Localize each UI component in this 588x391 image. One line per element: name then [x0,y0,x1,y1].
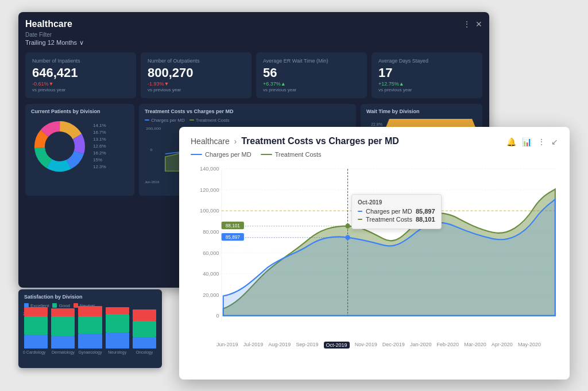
x-label-detail-2: Aug-2019 [268,342,291,349]
x-label-jun: Jun-2019 [145,180,159,184]
bar-group-cardiology: Cardiology [24,307,48,354]
bar-neutral-4 [133,309,156,321]
kpi-vs-1: vs previous year [148,87,245,92]
legend-charges: Charges per MD [145,118,185,123]
svg-text:20,000: 20,000 [203,291,219,297]
main-chart-area: 140,000 120,000 100,000 80,000 60,000 40… [191,162,558,340]
line-chart-title: Treatment Costs vs Charges per MD [145,109,350,114]
charges-area-detail [223,199,555,316]
chevron-down-icon: ∨ [79,39,84,47]
scene: Healthcare ⋮ ✕ Date Filter Trailing 12 M… [18,12,570,380]
kpi-vs-3: vs previous year [378,87,475,92]
date-filter-value[interactable]: Trailing 12 Months ∨ [25,39,482,47]
window-header: Healthcare ⋮ ✕ [25,19,482,29]
detail-legend-charges-line [191,154,202,155]
bar-neutral-0 [24,307,48,316]
detail-chart-header: Healthcare › Treatment Costs vs Charges … [191,136,558,146]
donut-label-0: 14.1% [93,123,106,128]
svg-text:85,897: 85,897 [226,234,240,239]
breadcrumb: Healthcare › Treatment Costs vs Charges … [191,136,399,146]
kpi-value-3: 17 [378,66,475,80]
x-label-detail-8: Feb-2020 [437,342,459,349]
app-title: Healthcare [25,19,72,29]
bar-neutral-2 [78,306,102,316]
donut-label-4: 16.2% [93,150,106,156]
bar-group-oncology: Oncology [133,309,156,354]
kpi-card-er-wait: Average ER Wait Time (Min) 56 +6.37%▲ vs… [256,52,367,98]
dot-charges [345,235,350,240]
bar-chart-icon[interactable]: 📊 [522,137,532,146]
detail-legend-treatment-line [261,154,272,155]
close-icon[interactable]: ✕ [475,20,482,29]
x-label-detail-0: Jun-2019 [216,342,238,349]
bar-excellent-3 [106,332,129,349]
x-label-detail-4[interactable]: Oct-2019 [324,342,350,349]
bar-neutral-3 [106,307,129,314]
dot-treatment [345,223,350,229]
kpi-label-3: Average Days Stayed [378,58,475,64]
svg-text:200,000: 200,000 [146,126,161,130]
legend-treatment: Treatment Costs [189,118,230,123]
bar-good-2 [78,316,102,334]
x-label-detail-6: Dec-2019 [382,342,405,349]
bar-excellent-4 [133,337,156,349]
menu-icon[interactable]: ⋮ [463,20,471,29]
detail-chart-svg: 140,000 120,000 100,000 80,000 60,000 40… [191,162,558,340]
svg-text:88,101: 88,101 [226,222,240,228]
x-label-detail-3: Sep-2019 [296,342,318,349]
sat-legend-good: Good [52,303,70,308]
kpi-card-days-stayed: Average Days Stayed 17 +12.75%▲ vs previ… [372,52,482,98]
kpi-label-1: Number of Outpatients [148,58,245,64]
detail-chart-icons[interactable]: 🔔 📊 ⋮ ↙ [506,137,558,146]
detail-legend-charges: Charges per MD [191,151,252,158]
bar-chart-area: Cardiology Dermatology [24,312,156,363]
kpi-vs-2: vs previous year [263,87,360,92]
donut-labels: 14.1% 16.7% 13.1% 12.6% 16.2% 15% 12.3% [93,123,106,169]
bar-excellent-0 [24,335,48,349]
detail-legend-row: Charges per MD Treatment Costs [191,151,558,158]
window-controls[interactable]: ⋮ ✕ [463,20,482,29]
bar-group-dermatology: Dermatology [51,308,75,354]
donut-container: 14.1% 16.7% 13.1% 12.6% 16.2% 15% 12.3% [31,118,129,175]
donut-label-2: 13.1% [93,137,106,142]
svg-text:60,000: 60,000 [203,249,219,255]
bar-good-3 [106,314,129,332]
breadcrumb-home[interactable]: Healthcare [191,137,230,146]
kpi-card-outpatients: Number of Outpatients 800,270 -1.93%▼ vs… [141,52,252,98]
detail-chart-window: Healthcare › Treatment Costs vs Charges … [179,127,570,380]
kpi-card-inpatients: Number of Inpatients 646,421 -0.61%▼ vs … [25,52,136,98]
bar-neutral-1 [51,308,75,316]
bar-excellent-2 [78,334,102,349]
donut-label-1: 16.7% [93,130,106,135]
legend-charges-dot [145,119,149,121]
detail-legend-treatment: Treatment Costs [261,151,322,158]
line-chart-legend: Charges per MD Treatment Costs [145,118,350,123]
expand-icon[interactable]: ↙ [551,137,558,146]
more-icon[interactable]: ⋮ [537,137,546,146]
date-filter-label: Date Filter [25,32,482,38]
bar-good-0 [24,316,48,335]
legend-charges-label: Charges per MD [151,118,185,123]
x-label-detail-7: Jan-2020 [410,342,432,349]
funnel-label-0: 22.8% [366,122,382,126]
donut-label-6: 12.3% [93,164,106,169]
kpi-label-0: Number of Inpatients [32,58,129,64]
funnel-chart-title: Wait Time by Division [366,109,477,114]
kpi-label-2: Average ER Wait Time (Min) [263,58,360,64]
svg-text:0: 0 [150,148,153,151]
legend-treatment-label: Treatment Costs [196,118,230,123]
sat-chart-wrapper: 200 0 Cardiology [24,312,156,363]
bar-label-2: Gynaecology [79,350,102,354]
svg-text:80,000: 80,000 [203,228,219,234]
donut-label-3: 12.6% [93,144,106,149]
bar-label-4: Oncology [136,350,153,354]
kpi-change-1: -1.93%▼ [148,81,245,87]
bar-group-gynaecology: Gynaecology [78,306,102,354]
donut-label-5: 15% [93,157,106,162]
kpi-change-3: +12.75%▲ [378,81,475,87]
x-label-detail-1: Jul-2019 [243,342,264,349]
donut-chart-title: Current Patients by Division [31,109,129,114]
alert-icon[interactable]: 🔔 [506,137,516,146]
sat-dot-neutral [74,303,78,308]
kpi-value-1: 800,270 [148,66,245,80]
